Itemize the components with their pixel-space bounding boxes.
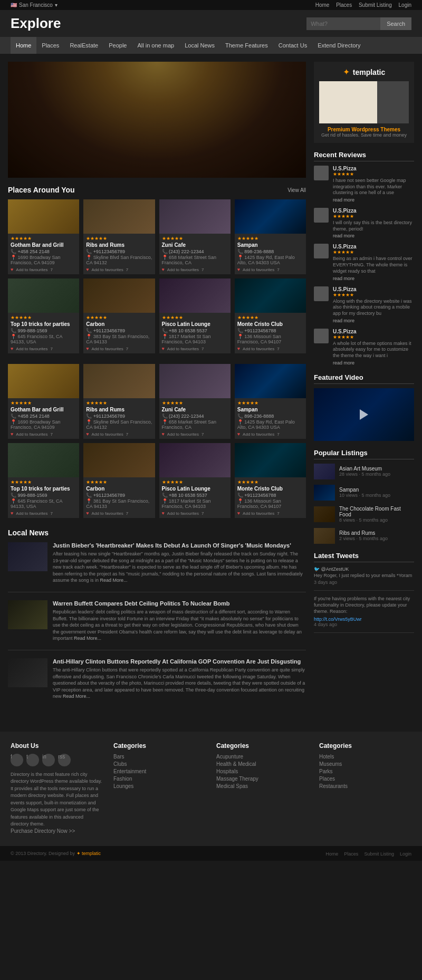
add-to-favourites-link[interactable]: Add to favourites xyxy=(167,511,199,516)
nav-map[interactable]: All in one map xyxy=(132,37,179,54)
view-all-link[interactable]: View All xyxy=(287,187,306,193)
add-to-favourites-link[interactable]: Add to favourites xyxy=(92,267,123,272)
footer-category-link[interactable]: Parks xyxy=(319,768,411,774)
footer-home-link[interactable]: Home xyxy=(325,851,338,857)
facebook-icon[interactable]: f xyxy=(11,754,23,766)
footer-login-link[interactable]: Login xyxy=(400,851,411,857)
review-stars: ★★★★★ xyxy=(333,171,414,177)
linkedin-icon[interactable]: in xyxy=(42,754,55,766)
add-to-favourites-link[interactable]: Add to favourites xyxy=(92,347,123,351)
add-to-favourites-link[interactable]: Add to favourites xyxy=(16,432,47,437)
footer-category-link[interactable]: Hotels xyxy=(319,754,411,760)
search-input[interactable] xyxy=(306,17,380,30)
place-name: Top 10 tricks for parties xyxy=(11,321,76,327)
footer-category-link[interactable]: Hospitals xyxy=(216,768,309,774)
popular-item[interactable]: The Chocolate Room Fast Food 8 views · 5… xyxy=(314,506,414,523)
place-card[interactable]: ★★★★★ Sampan 📞 898-236-8888 📍 1425 Bay R… xyxy=(235,364,306,439)
popular-item[interactable]: Ribs and Rums 2 views · 5 months ago xyxy=(314,528,414,544)
add-to-favourites-link[interactable]: Add to favourites xyxy=(16,511,47,516)
place-card[interactable]: ★★★★★ Carbon 📞 +91123456789 📍 383 Bay St… xyxy=(83,278,155,353)
review-read-more[interactable]: read more xyxy=(333,197,354,203)
place-info: ★★★★★ Zuni Cafe 📞 (243) 222-12344 📍 658 … xyxy=(159,234,231,274)
footer-category-link[interactable]: Lounges xyxy=(113,783,206,789)
rss-icon[interactable]: rss xyxy=(58,754,71,766)
add-to-favourites-link[interactable]: Add to favourites xyxy=(167,267,199,272)
top-home-link[interactable]: Home xyxy=(315,2,330,8)
nav-home[interactable]: Home xyxy=(11,37,36,54)
footer-cat3-list: HotelsMuseumsParksPlacesRestaurants xyxy=(319,754,411,789)
add-to-favourites-link[interactable]: Add to favourites xyxy=(92,432,123,437)
read-more-link[interactable]: Read More... xyxy=(63,694,90,699)
footer-category-link[interactable]: Clubs xyxy=(113,761,206,767)
review-read-more[interactable]: read more xyxy=(333,318,354,323)
add-to-favourites-link[interactable]: Add to favourites xyxy=(92,511,123,516)
footer-category-link[interactable]: Museums xyxy=(319,761,411,767)
read-more-link[interactable]: Read More... xyxy=(100,578,128,583)
review-item: U.S.Pizza ★★★★★ I have not seen better G… xyxy=(314,166,414,203)
review-read-more[interactable]: read more xyxy=(333,233,354,238)
add-to-favourites-link[interactable]: Add to favourites xyxy=(167,432,199,437)
place-card[interactable]: ★★★★★ Top 10 tricks for parties 📞 999-88… xyxy=(8,278,79,353)
place-card[interactable]: ★★★★★ Sampan 📞 898-236-8888 📍 1425 Bay R… xyxy=(235,199,306,274)
place-stars: ★★★★★ xyxy=(11,400,76,406)
location-selector[interactable]: 🇺🇸 San Francisco ▾ xyxy=(11,2,57,8)
place-card[interactable]: ★★★★★ Zuni Cafe 📞 (243) 222-12344 📍 658 … xyxy=(159,364,231,439)
twitter-icon[interactable]: t xyxy=(26,754,39,766)
nav-local-news[interactable]: Local News xyxy=(179,37,220,54)
place-card[interactable]: ★★★★★ Gotham Bar and Grill 📞 +458 254 21… xyxy=(8,364,79,439)
heart-icon: ♥ xyxy=(11,431,13,437)
place-card[interactable]: ★★★★★ Zuni Cafe 📞 (243) 222-12344 📍 658 … xyxy=(159,199,231,274)
add-to-favourites-link[interactable]: Add to favourites xyxy=(243,511,274,516)
place-info: ★★★★★ Gotham Bar and Grill 📞 +458 254 21… xyxy=(8,398,79,439)
nav-people[interactable]: People xyxy=(103,37,132,54)
footer-submit-link[interactable]: Submit Listing xyxy=(364,851,394,857)
footer-category-link[interactable]: Fashion xyxy=(113,776,206,782)
footer-category-link[interactable]: Medical Spas xyxy=(216,783,309,789)
footer-category-link[interactable]: Health & Medical xyxy=(216,761,309,767)
nav-contact[interactable]: Contact Us xyxy=(273,37,312,54)
place-card[interactable]: ★★★★★ Top 10 tricks for parties 📞 999-88… xyxy=(8,443,79,518)
featured-video-player[interactable] xyxy=(314,388,414,441)
footer-category-link[interactable]: Acupunture xyxy=(216,754,309,760)
add-to-favourites-link[interactable]: Add to favourites xyxy=(243,347,274,351)
footer-places-link[interactable]: Places xyxy=(344,851,358,857)
place-card[interactable]: ★★★★★ Gotham Bar and Grill 📞 +458 254 21… xyxy=(8,199,79,274)
reviewer-avatar xyxy=(314,329,329,343)
search-button[interactable]: Search xyxy=(380,17,411,30)
place-card[interactable]: ★★★★★ Carbon 📞 +91123456789 📍 381 Bay St… xyxy=(83,443,155,518)
add-to-favourites-link[interactable]: Add to favourites xyxy=(16,267,47,272)
nav-realestate[interactable]: RealEstate xyxy=(64,37,103,54)
place-actions: ♥ Add to favourites 7 xyxy=(11,267,76,272)
place-card[interactable]: ★★★★★ Pisco Latin Lounge 📞 +88 10 6538 5… xyxy=(159,443,231,518)
place-name: Sampan xyxy=(237,407,303,412)
place-card[interactable]: ★★★★★ Monte Cristo Club 📞 +91123456788 📍… xyxy=(235,278,306,353)
add-to-favourites-link[interactable]: Add to favourites xyxy=(16,347,47,351)
footer-category-link[interactable]: Massage Therapy xyxy=(216,776,309,782)
footer-category-link[interactable]: Bars xyxy=(113,754,206,760)
place-card[interactable]: ★★★★★ Monte Cristo Club 📞 +91123456788 📍… xyxy=(235,443,306,518)
nav-places[interactable]: Places xyxy=(36,37,64,54)
nav-extend[interactable]: Extend Directory xyxy=(312,37,366,54)
tweet-link[interactable]: http://t.co/Vrws5yBUwr xyxy=(314,617,362,622)
footer-category-link[interactable]: Restaurants xyxy=(319,783,411,789)
place-card[interactable]: ★★★★★ Ribs and Rums 📞 +91123456789 📍 Sky… xyxy=(83,199,155,274)
read-more-link[interactable]: Read More... xyxy=(74,636,101,641)
place-card[interactable]: ★★★★★ Pisco Latin Lounge 📞 +88 10 6538 5… xyxy=(159,278,231,353)
top-submit-link[interactable]: Submit Listing xyxy=(359,2,392,8)
footer-category-link[interactable]: Entertainment xyxy=(113,768,206,774)
footer-top: About Us f t in rss Directory is the mos… xyxy=(0,732,422,846)
place-card[interactable]: ★★★★★ Ribs and Rums 📞 +91123456789 📍 Sky… xyxy=(83,364,155,439)
review-read-more[interactable]: read more xyxy=(333,276,354,281)
add-to-favourites-link[interactable]: Add to favourites xyxy=(243,267,274,272)
top-places-link[interactable]: Places xyxy=(336,2,352,8)
add-to-favourites-link[interactable]: Add to favourites xyxy=(243,432,274,437)
heart-icon: ♥ xyxy=(237,346,240,351)
popular-item[interactable]: Sampan 10 views · 5 months ago xyxy=(314,485,414,501)
purchase-link[interactable]: Purchase Directory Now >> xyxy=(11,828,103,834)
review-read-more[interactable]: read more xyxy=(333,360,354,366)
top-login-link[interactable]: Login xyxy=(399,2,411,8)
footer-category-link[interactable]: Places xyxy=(319,776,411,782)
popular-item[interactable]: Asian Art Museum 28 views · 5 months ago xyxy=(314,464,414,479)
nav-theme-features[interactable]: Theme Features xyxy=(220,37,273,54)
add-to-favourites-link[interactable]: Add to favourites xyxy=(167,347,199,351)
